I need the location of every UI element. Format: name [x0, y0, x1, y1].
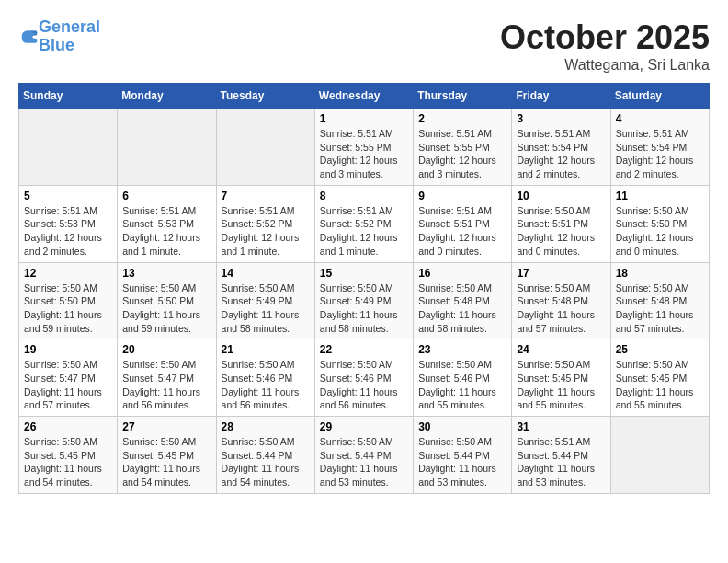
day-info: Sunrise: 5:50 AM Sunset: 5:45 PM Dayligh…	[517, 358, 605, 412]
header-sunday: Sunday	[19, 84, 118, 109]
calendar-cell: 9Sunrise: 5:51 AM Sunset: 5:51 PM Daylig…	[414, 185, 512, 262]
calendar-cell: 20Sunrise: 5:50 AM Sunset: 5:47 PM Dayli…	[118, 339, 216, 417]
day-info: Sunrise: 5:51 AM Sunset: 5:55 PM Dayligh…	[320, 127, 408, 181]
day-number: 9	[418, 190, 506, 202]
day-number: 8	[320, 190, 408, 202]
day-info: Sunrise: 5:51 AM Sunset: 5:53 PM Dayligh…	[24, 204, 112, 259]
day-info: Sunrise: 5:50 AM Sunset: 5:44 PM Dayligh…	[320, 435, 408, 489]
header-tuesday: Tuesday	[216, 84, 314, 109]
day-info: Sunrise: 5:50 AM Sunset: 5:45 PM Dayligh…	[24, 435, 112, 489]
day-info: Sunrise: 5:50 AM Sunset: 5:49 PM Dayligh…	[320, 282, 408, 336]
calendar-cell	[19, 109, 118, 186]
calendar-cell: 14Sunrise: 5:50 AM Sunset: 5:49 PM Dayli…	[216, 262, 314, 339]
calendar-cell: 15Sunrise: 5:50 AM Sunset: 5:49 PM Dayli…	[314, 262, 413, 339]
logo-text: General Blue	[39, 18, 100, 55]
calendar-table: SundayMondayTuesdayWednesdayThursdayFrid…	[18, 83, 710, 494]
day-number: 30	[418, 420, 506, 433]
day-info: Sunrise: 5:50 AM Sunset: 5:50 PM Dayligh…	[24, 282, 112, 336]
day-number: 14	[222, 267, 310, 280]
calendar-cell: 23Sunrise: 5:50 AM Sunset: 5:46 PM Dayli…	[414, 339, 512, 417]
day-number: 31	[517, 420, 605, 433]
day-info: Sunrise: 5:51 AM Sunset: 5:54 PM Dayligh…	[517, 127, 605, 181]
day-number: 27	[122, 420, 210, 433]
day-info: Sunrise: 5:50 AM Sunset: 5:46 PM Dayligh…	[222, 358, 310, 412]
day-number: 24	[517, 343, 605, 356]
day-info: Sunrise: 5:50 AM Sunset: 5:50 PM Dayligh…	[122, 282, 210, 336]
calendar-cell: 5Sunrise: 5:51 AM Sunset: 5:53 PM Daylig…	[19, 185, 118, 262]
title-block: October 2025 Wattegama, Sri Lanka	[500, 18, 710, 74]
day-info: Sunrise: 5:51 AM Sunset: 5:53 PM Dayligh…	[122, 204, 210, 259]
day-number: 18	[616, 267, 704, 280]
day-info: Sunrise: 5:50 AM Sunset: 5:48 PM Dayligh…	[418, 282, 506, 336]
day-number: 16	[418, 267, 506, 280]
day-number: 7	[222, 190, 310, 202]
day-number: 12	[24, 267, 112, 280]
day-number: 2	[418, 112, 506, 125]
day-number: 21	[222, 343, 310, 356]
calendar-week-2: 5Sunrise: 5:51 AM Sunset: 5:53 PM Daylig…	[19, 185, 710, 262]
calendar-cell: 3Sunrise: 5:51 AM Sunset: 5:54 PM Daylig…	[512, 109, 610, 186]
day-info: Sunrise: 5:51 AM Sunset: 5:51 PM Dayligh…	[418, 204, 506, 259]
day-info: Sunrise: 5:51 AM Sunset: 5:55 PM Dayligh…	[418, 127, 506, 181]
day-info: Sunrise: 5:50 AM Sunset: 5:46 PM Dayligh…	[320, 358, 408, 412]
calendar-cell: 6Sunrise: 5:51 AM Sunset: 5:53 PM Daylig…	[118, 185, 216, 262]
day-number: 23	[418, 343, 506, 356]
calendar-week-3: 12Sunrise: 5:50 AM Sunset: 5:50 PM Dayli…	[19, 262, 710, 339]
day-number: 19	[24, 343, 112, 356]
day-number: 20	[122, 343, 210, 356]
calendar-cell	[118, 109, 216, 186]
day-number: 10	[517, 190, 605, 202]
day-info: Sunrise: 5:50 AM Sunset: 5:51 PM Dayligh…	[517, 204, 605, 259]
calendar-cell: 19Sunrise: 5:50 AM Sunset: 5:47 PM Dayli…	[19, 339, 118, 417]
calendar-cell: 27Sunrise: 5:50 AM Sunset: 5:45 PM Dayli…	[118, 417, 216, 494]
calendar-cell: 28Sunrise: 5:50 AM Sunset: 5:44 PM Dayli…	[216, 417, 314, 494]
day-number: 5	[24, 190, 112, 202]
day-info: Sunrise: 5:50 AM Sunset: 5:47 PM Dayligh…	[122, 358, 210, 412]
day-number: 13	[122, 267, 210, 280]
day-number: 26	[24, 420, 112, 433]
day-info: Sunrise: 5:50 AM Sunset: 5:44 PM Dayligh…	[222, 435, 310, 489]
calendar-cell: 22Sunrise: 5:50 AM Sunset: 5:46 PM Dayli…	[314, 339, 413, 417]
calendar-cell: 30Sunrise: 5:50 AM Sunset: 5:44 PM Dayli…	[414, 417, 512, 494]
calendar-cell: 2Sunrise: 5:51 AM Sunset: 5:55 PM Daylig…	[414, 109, 512, 186]
header-wednesday: Wednesday	[314, 84, 413, 109]
day-number: 4	[616, 112, 704, 125]
day-number: 29	[320, 420, 408, 433]
calendar-cell: 16Sunrise: 5:50 AM Sunset: 5:48 PM Dayli…	[414, 262, 512, 339]
calendar-cell: 29Sunrise: 5:50 AM Sunset: 5:44 PM Dayli…	[314, 417, 413, 494]
calendar-week-1: 1Sunrise: 5:51 AM Sunset: 5:55 PM Daylig…	[19, 109, 710, 186]
day-number: 11	[616, 190, 704, 202]
day-info: Sunrise: 5:50 AM Sunset: 5:47 PM Dayligh…	[24, 358, 112, 412]
calendar-cell: 25Sunrise: 5:50 AM Sunset: 5:45 PM Dayli…	[610, 339, 709, 417]
calendar-week-4: 19Sunrise: 5:50 AM Sunset: 5:47 PM Dayli…	[19, 339, 710, 417]
day-number: 25	[616, 343, 704, 356]
calendar-cell: 31Sunrise: 5:51 AM Sunset: 5:44 PM Dayli…	[512, 417, 610, 494]
day-info: Sunrise: 5:51 AM Sunset: 5:52 PM Dayligh…	[222, 204, 310, 259]
day-info: Sunrise: 5:51 AM Sunset: 5:44 PM Dayligh…	[517, 435, 605, 489]
calendar-cell: 24Sunrise: 5:50 AM Sunset: 5:45 PM Dayli…	[512, 339, 610, 417]
calendar-cell: 21Sunrise: 5:50 AM Sunset: 5:46 PM Dayli…	[216, 339, 314, 417]
day-number: 3	[517, 112, 605, 125]
day-info: Sunrise: 5:50 AM Sunset: 5:48 PM Dayligh…	[616, 282, 704, 336]
calendar-header-row: SundayMondayTuesdayWednesdayThursdayFrid…	[19, 84, 710, 109]
header-saturday: Saturday	[610, 84, 709, 109]
calendar-cell: 17Sunrise: 5:50 AM Sunset: 5:48 PM Dayli…	[512, 262, 610, 339]
logo: General Blue	[18, 18, 100, 55]
calendar-cell: 10Sunrise: 5:50 AM Sunset: 5:51 PM Dayli…	[512, 185, 610, 262]
page-header: General Blue October 2025 Wattegama, Sri…	[18, 18, 710, 74]
day-info: Sunrise: 5:51 AM Sunset: 5:52 PM Dayligh…	[320, 204, 408, 259]
calendar-cell: 26Sunrise: 5:50 AM Sunset: 5:45 PM Dayli…	[19, 417, 118, 494]
day-info: Sunrise: 5:50 AM Sunset: 5:44 PM Dayligh…	[418, 435, 506, 489]
calendar-cell	[610, 417, 709, 494]
calendar-cell: 11Sunrise: 5:50 AM Sunset: 5:50 PM Dayli…	[610, 185, 709, 262]
day-number: 15	[320, 267, 408, 280]
calendar-cell: 1Sunrise: 5:51 AM Sunset: 5:55 PM Daylig…	[314, 109, 413, 186]
calendar-cell	[216, 109, 314, 186]
day-number: 28	[222, 420, 310, 433]
subtitle: Wattegama, Sri Lanka	[500, 57, 710, 74]
calendar-cell: 13Sunrise: 5:50 AM Sunset: 5:50 PM Dayli…	[118, 262, 216, 339]
header-friday: Friday	[512, 84, 610, 109]
day-number: 1	[320, 112, 408, 125]
calendar-cell: 7Sunrise: 5:51 AM Sunset: 5:52 PM Daylig…	[216, 185, 314, 262]
calendar-cell: 12Sunrise: 5:50 AM Sunset: 5:50 PM Dayli…	[19, 262, 118, 339]
